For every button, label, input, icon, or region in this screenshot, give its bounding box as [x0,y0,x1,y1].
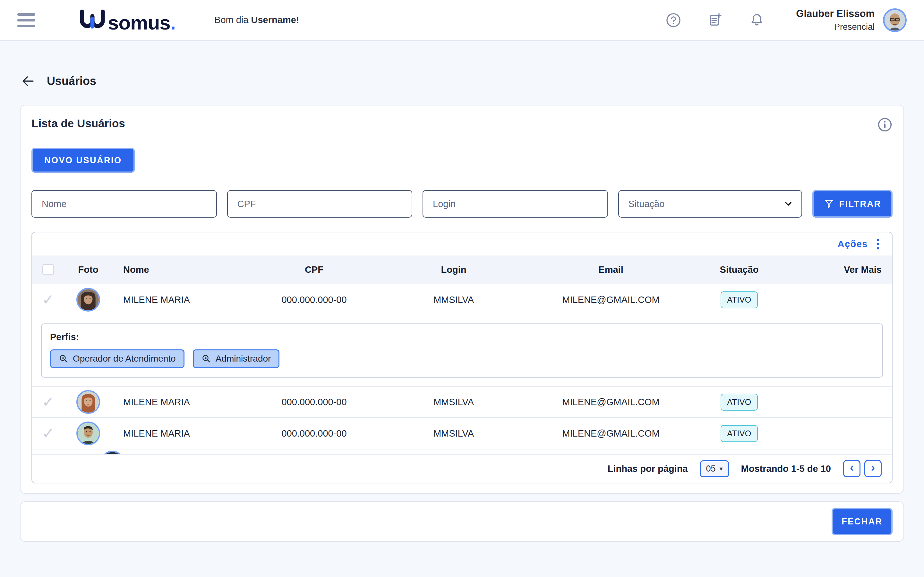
user-mode: Presencial [796,22,875,32]
photo-partial [100,451,124,455]
help-icon[interactable] [665,12,682,29]
cell-cpf: 000.000.000-00 [242,428,386,439]
filter-funnel-icon [824,199,834,209]
cell-nome: MILENE MARIA [112,397,242,408]
caret-down-icon: ▾ [720,465,723,472]
situacao-select[interactable]: Situação [618,190,803,218]
users-table: Ações Foto Nome CPF Login Email Situação… [31,232,893,484]
col-situacao: Situação [701,264,778,275]
filter-bar: Situação FILTRAR [31,190,893,218]
cell-cpf: 000.000.000-00 [242,397,386,408]
note-add-icon[interactable] [707,12,724,29]
fechar-button[interactable]: FECHAR [832,508,893,535]
page-title-row: Usuários [20,73,904,89]
cell-login: MMSILVA [386,428,521,439]
perfil-chip-operador[interactable]: Operador de Atendimento [50,350,184,368]
brand-wordmark: somus [108,14,170,32]
brand-logo[interactable]: somus . [77,9,176,32]
acoes-link[interactable]: Ações [837,239,868,250]
magnifier-icon [59,354,68,364]
user-list-card: Lista de Usuários NOVO USUÁRIO Situação [20,105,904,494]
chevron-down-icon [783,199,793,209]
photo-man-smiling [76,422,100,445]
rows-per-page-label: Linhas por página [607,464,688,474]
cell-email: MILENE@GMAIL.COM [521,397,701,408]
nome-filter-input[interactable] [31,190,217,218]
new-user-button[interactable]: NOVO USUÁRIO [31,148,135,173]
card-title: Lista de Usuários [31,117,125,130]
showing-range-text: Mostrando 1-5 de 10 [741,464,831,474]
col-foto: Foto [64,264,112,275]
status-badge: ATIVO [720,292,758,308]
back-arrow-icon[interactable] [20,73,35,89]
table-row[interactable]: ✓ MILENE MARIA [32,386,892,417]
login-filter-input[interactable] [423,190,608,218]
pagination-bar: Linhas por página 05 ▾ Mostrando 1-5 de … [32,455,892,483]
perfil-chip-administrador[interactable]: Administrador [193,350,280,368]
user-block: Glauber Elissom Presencial [796,8,875,32]
cell-cpf: 000.000.000-00 [242,295,386,305]
status-badge: ATIVO [720,394,758,411]
main-content: Usuários Lista de Usuários NOVO USUÁRIO … [0,73,924,542]
cell-login: MMSILVA [386,397,521,408]
footer-card: FECHAR [20,501,904,542]
table-row[interactable]: ✓ MILENE MARIA [32,417,892,449]
situacao-select-value: Situação [628,199,665,210]
table-row[interactable]: ✓ MILENE MARIA [32,284,892,315]
user-name: Glauber Elissom [796,8,875,19]
table-row-partial [32,449,892,455]
col-login: Login [386,264,521,275]
perfis-label: Perfis: [50,332,874,342]
magnifier-icon [202,354,211,364]
photo-woman-red-hair [76,390,100,414]
prev-page-button[interactable]: ‹ [843,460,861,477]
top-bar: somus . Bom dia Username! [0,0,924,41]
status-badge: ATIVO [720,425,758,442]
photo-woman-dark-hair [76,288,100,311]
row-check-icon[interactable]: ✓ [32,395,64,409]
cell-nome: MILENE MARIA [112,295,242,305]
greeting-text: Bom dia Username! [214,15,299,25]
cpf-filter-input[interactable] [227,190,413,218]
table-header-row: Foto Nome CPF Login Email Situação Ver M… [32,255,892,284]
next-page-button[interactable]: › [864,460,882,477]
brand-mark-icon [77,9,108,32]
perfis-panel: Perfis: Operador de Atendimento [41,324,883,378]
cell-login: MMSILVA [386,295,521,305]
hamburger-menu-icon[interactable] [17,13,35,27]
col-email: Email [521,264,701,275]
user-avatar[interactable] [883,8,907,32]
info-icon[interactable] [877,117,893,132]
page-title: Usuários [47,74,96,88]
row-check-icon[interactable]: ✓ [32,426,64,441]
filtrar-button[interactable]: FILTRAR [813,190,893,218]
kebab-menu-icon[interactable] [875,237,881,251]
cell-email: MILENE@GMAIL.COM [521,295,701,305]
select-all-checkbox[interactable] [42,264,54,276]
col-nome: Nome [112,264,242,275]
cell-nome: MILENE MARIA [112,428,242,439]
cell-email: MILENE@GMAIL.COM [521,428,701,439]
rows-per-page-select[interactable]: 05 ▾ [700,460,729,477]
brand-dot: . [170,14,176,32]
col-cpf: CPF [242,264,386,275]
col-ver-mais: Ver Mais [778,264,893,275]
bell-icon[interactable] [748,12,765,29]
row-check-icon[interactable]: ✓ [32,292,64,307]
